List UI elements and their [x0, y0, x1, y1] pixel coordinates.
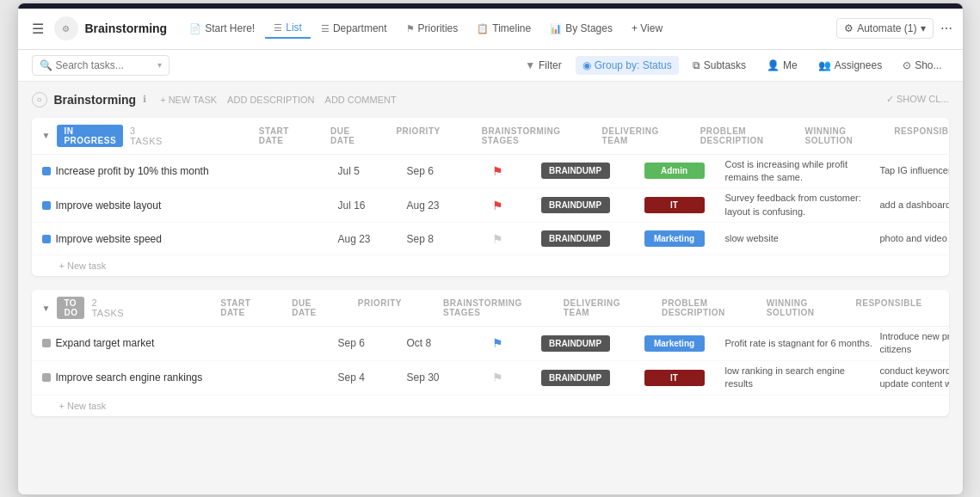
share-icon[interactable]: ⋯ [940, 21, 952, 35]
due-date: Aug 23 [404, 198, 472, 213]
stage-cell: BRAINDUMP [524, 163, 627, 179]
add-comment-button[interactable]: ADD COMMENT [325, 95, 397, 105]
collapse-icon[interactable]: ▼ [42, 128, 51, 144]
priority-flag[interactable]: ⚑ [472, 199, 524, 212]
department-icon: ☰ [321, 23, 330, 34]
col-delivering-team: DELIVERING TEAM [599, 125, 663, 147]
automate-icon: ⚙ [844, 22, 854, 34]
assignees-icon: 👥 [818, 59, 831, 71]
col-winning-solution-2: WINNING SOLUTION [763, 297, 818, 319]
filter-icon: ▼ [525, 59, 535, 71]
status-badge-to-do: TO DO [57, 297, 84, 319]
tab-list[interactable]: ☰ List [265, 18, 311, 39]
collapse-icon[interactable]: ▼ [42, 300, 51, 316]
tab-department[interactable]: ☰ Department [312, 19, 396, 38]
col-priority-2: PRIORITY [354, 297, 405, 319]
task-name-cell: Increase profit by 10% this month [42, 165, 335, 177]
stage-cell: BRAINDUMP [524, 335, 627, 352]
start-date: Jul 16 [335, 198, 404, 213]
tab-priorities[interactable]: ⚑ Priorities [398, 19, 467, 38]
task-name[interactable]: Improve website speed [56, 233, 162, 245]
task-name[interactable]: Improve search engine rankings [56, 371, 203, 383]
start-date: Sep 4 [335, 370, 404, 385]
header-actions: ⚙ Automate (1) ▾ ⋯ [836, 18, 952, 39]
team-badge: Admin [644, 163, 705, 179]
col-problem-desc: PROBLEM DESCRIPTION [697, 125, 767, 147]
table-row: Improve website layout Jul 16 Aug 23 ⚑ B… [32, 188, 949, 223]
show-button[interactable]: ⊙ Sho... [896, 56, 948, 75]
priority-flag[interactable]: ⚑ [472, 371, 524, 384]
tab-add-view[interactable]: + View [623, 19, 671, 38]
flag-icon: ⚑ [492, 371, 503, 384]
filter-button[interactable]: ▼ Filter [518, 56, 569, 75]
task-color-dot [42, 235, 51, 243]
problem-description: slow website [722, 232, 877, 245]
winning-solution: conduct keyword research and update cont… [877, 365, 949, 391]
me-button[interactable]: 👤 Me [760, 56, 804, 75]
toolbar-right: ▼ Filter ◉ Group by: Status ⧉ Subtasks 👤… [518, 56, 948, 75]
start-date: Aug 23 [335, 231, 404, 247]
app-window: ☰ ⚙ Brainstorming 📄 Start Here! ☰ List ☰… [17, 3, 964, 495]
group-by-button[interactable]: ◉ Group by: Status [576, 56, 679, 75]
task-name[interactable]: Expand target market [56, 337, 155, 349]
search-input[interactable] [56, 59, 154, 71]
winning-solution: photo and video optimization [877, 232, 949, 245]
problem-description: Cost is increasing while profit remains … [722, 158, 877, 185]
stage-cell: BRAINDUMP [524, 197, 627, 213]
list-icon: ☰ [274, 22, 282, 34]
page-title: Brainstorming [54, 93, 137, 107]
menu-icon[interactable]: ☰ [28, 17, 47, 40]
winning-solution: Tap IG influencers [877, 164, 949, 177]
group-header-to-do: ▼ TO DO 2 TASKS START DATE DUE DATE PRIO… [32, 290, 949, 327]
priority-flag[interactable]: ⚑ [472, 336, 524, 350]
task-name[interactable]: Increase profit by 10% this month [56, 165, 209, 177]
group-header-in-progress: ▼ IN PROGRESS 3 TASKS START DATE DUE DAT… [32, 118, 949, 155]
subtasks-icon: ⧉ [693, 59, 700, 71]
start-here-icon: 📄 [189, 23, 201, 34]
new-task-button-in-progress[interactable]: + New task [32, 255, 949, 276]
due-date: Sep 6 [404, 163, 472, 179]
assignees-button[interactable]: 👥 Assignees [811, 56, 889, 75]
new-task-button-to-do[interactable]: + New task [32, 396, 949, 416]
content-area: ○ Brainstorming ℹ + NEW TASK ADD DESCRIP… [18, 82, 963, 494]
priorities-icon: ⚑ [406, 23, 415, 34]
toolbar: 🔍 ▾ ▼ Filter ◉ Group by: Status ⧉ Subtas… [18, 50, 963, 82]
stage-badge: BRAINDUMP [541, 335, 610, 352]
task-color-dot [42, 201, 51, 210]
due-date: Sep 8 [404, 231, 472, 247]
nav-tabs: 📄 Start Here! ☰ List ☰ Department ⚑ Prio… [181, 18, 829, 39]
new-task-button[interactable]: + NEW TASK [160, 95, 217, 105]
start-date: Jul 5 [335, 163, 404, 179]
due-date: Oct 8 [404, 335, 472, 351]
breadcrumb-info-icon: ℹ [143, 94, 146, 105]
tab-by-stages[interactable]: 📊 By Stages [541, 19, 621, 38]
show-icon: ⊙ [903, 59, 911, 71]
stages-icon: 📊 [550, 23, 562, 34]
problem-description: Profit rate is stagnant for 6 months. [722, 337, 877, 350]
team-cell: IT [627, 370, 722, 386]
task-name-cell: Improve website layout [42, 199, 335, 212]
tab-start-here[interactable]: 📄 Start Here! [181, 19, 263, 38]
show-closed-button[interactable]: ✓ SHOW CL... [886, 94, 949, 105]
add-description-button[interactable]: ADD DESCRIPTION [227, 95, 314, 105]
priority-flag[interactable]: ⚑ [472, 164, 524, 178]
table-row: Improve search engine rankings Sep 4 Sep… [32, 361, 949, 396]
task-color-dot [42, 167, 51, 175]
col-due-date-2: DUE DATE [288, 297, 319, 319]
task-name[interactable]: Improve website layout [56, 199, 162, 212]
task-count-in-progress: 3 TASKS [130, 126, 163, 146]
subtasks-button[interactable]: ⧉ Subtasks [686, 56, 753, 75]
search-box[interactable]: 🔍 ▾ [32, 55, 169, 76]
group-in-progress: ▼ IN PROGRESS 3 TASKS START DATE DUE DAT… [32, 118, 949, 277]
team-cell: IT [627, 197, 722, 213]
flag-icon: ⚑ [492, 199, 503, 212]
tab-timeline[interactable]: 📋 Timeline [468, 19, 539, 38]
automate-button[interactable]: ⚙ Automate (1) ▾ [836, 18, 933, 39]
winning-solution: add a dashboard for customers [877, 199, 949, 212]
winning-solution: Introduce new product for senior citizen… [877, 330, 949, 357]
priority-flag[interactable]: ⚑ [472, 232, 524, 246]
me-icon: 👤 [767, 59, 780, 71]
breadcrumb-actions: + NEW TASK ADD DESCRIPTION ADD COMMENT [160, 95, 397, 105]
start-date: Sep 6 [335, 335, 404, 351]
task-name-cell: Improve website speed [42, 233, 335, 245]
